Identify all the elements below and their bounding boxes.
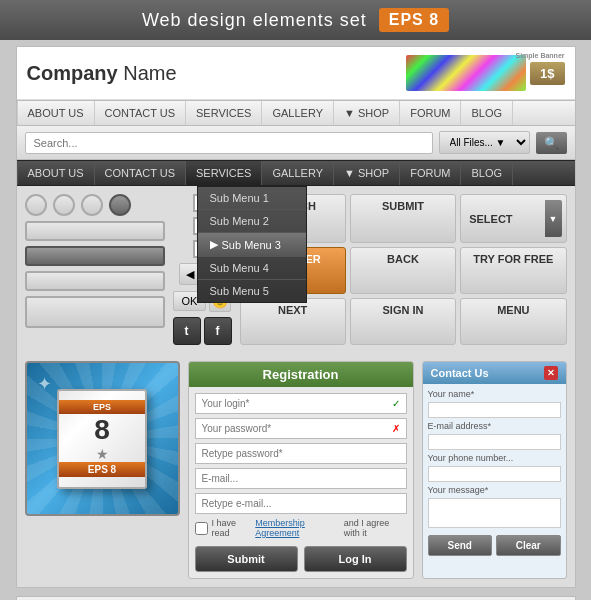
agreement-row: I have read Membership Agreement and I a… xyxy=(195,518,407,538)
product-label-top: EPS xyxy=(59,400,145,414)
company-name-bold: Company xyxy=(27,62,118,84)
try-free-action-btn[interactable]: TRY FOR FREE xyxy=(460,247,566,294)
nav1-blog[interactable]: BLOG xyxy=(461,101,513,125)
company-name-regular: Name xyxy=(118,62,177,84)
eps-badge: EPS 8 xyxy=(379,8,449,32)
nav-bar-1: ABOUT US CONTACT US SERVICES GALLERY ▼ S… xyxy=(17,100,575,126)
contact-phone-input[interactable] xyxy=(428,466,561,482)
contact-body: Your name* E-mail address* Your phone nu… xyxy=(423,384,566,561)
login-valid-icon: ✓ xyxy=(392,398,400,409)
contact-name-input[interactable] xyxy=(428,402,561,418)
banner-area: Simple Banner 1$ xyxy=(406,55,564,91)
password-field-wrap: ✗ xyxy=(195,418,407,439)
banner-price-value: 1$ xyxy=(540,66,554,81)
plus-decorations: ✦ xyxy=(37,373,52,395)
nav2-gallery[interactable]: GALLERY xyxy=(262,161,334,185)
submit-action-btn[interactable]: SUBMIT xyxy=(350,194,456,243)
search-button[interactable]: 🔍 xyxy=(536,132,567,154)
header-area: Company Name Simple Banner 1$ xyxy=(17,47,575,100)
bottom-section: ✦ EPS 8 ★ EPS 8 Registration ✓ ✗ xyxy=(17,353,575,587)
login-bar: Login: 👤 Remember me Join xyxy=(16,596,576,600)
main-container: Company Name Simple Banner 1$ ABOUT US C… xyxy=(16,46,576,588)
login-field[interactable] xyxy=(202,398,392,409)
product-number: 8 xyxy=(94,414,110,446)
company-name: Company Name xyxy=(27,62,177,85)
registration-header: Registration xyxy=(189,362,413,387)
registration-form: Registration ✓ ✗ xyxy=(188,361,414,579)
contact-message-textarea[interactable] xyxy=(428,498,561,528)
agreement-rest: and I agree with it xyxy=(344,518,407,538)
sign-in-action-btn[interactable]: SIGN IN xyxy=(350,298,456,345)
nav1-shop[interactable]: ▼ SHOP xyxy=(334,101,400,125)
submenu-item-3[interactable]: ▶ Sub Menu 3 xyxy=(198,233,306,257)
search-bar: All Files... ▼ 🔍 xyxy=(17,126,575,160)
agreement-checkbox[interactable] xyxy=(195,522,208,535)
nav2-blog[interactable]: BLOG xyxy=(461,161,513,185)
social-row: t f xyxy=(173,317,232,345)
contact-close-button[interactable]: ✕ xyxy=(544,366,558,380)
radio-btn-1[interactable] xyxy=(25,194,47,216)
form-buttons: Submit Log In xyxy=(195,546,407,572)
nav2-forum[interactable]: FORUM xyxy=(400,161,461,185)
select-action-btn[interactable]: SELECT ▼ xyxy=(460,194,566,243)
contact-email-input[interactable] xyxy=(428,434,561,450)
contact-phone-label: Your phone number... xyxy=(428,453,561,463)
submenu-arrow-icon: ▶ xyxy=(210,238,218,251)
agreement-text: I have read xyxy=(212,518,252,538)
submenu-dropdown: Sub Menu 1 Sub Menu 2 ▶ Sub Menu 3 Sub M… xyxy=(197,186,307,303)
nav1-forum[interactable]: FORUM xyxy=(400,101,461,125)
nav-bar-2-wrapper: ABOUT US CONTACT US SERVICES GALLERY ▼ S… xyxy=(17,160,575,186)
product-inner-box: EPS 8 ★ EPS 8 xyxy=(57,389,147,489)
submenu-item-2[interactable]: Sub Menu 2 xyxy=(198,210,306,233)
form-body: ✓ ✗ I have read Membershi xyxy=(189,387,413,578)
rect-btn-1[interactable] xyxy=(25,221,165,241)
login-form-btn[interactable]: Log In xyxy=(304,546,407,572)
email-field-wrap xyxy=(195,468,407,489)
facebook-button[interactable]: f xyxy=(204,317,232,345)
banner-colorful xyxy=(406,55,526,91)
title-text: Web design elements set xyxy=(142,10,367,31)
nav1-contact-us[interactable]: CONTACT US xyxy=(95,101,187,125)
contact-send-btn[interactable]: Send xyxy=(428,535,493,556)
retype-email-field[interactable] xyxy=(202,498,400,509)
radio-btn-3[interactable] xyxy=(81,194,103,216)
twitter-button[interactable]: t xyxy=(173,317,201,345)
banner-price[interactable]: Simple Banner 1$ xyxy=(530,62,564,85)
product-label-bottom: EPS 8 xyxy=(59,462,145,477)
nav1-gallery[interactable]: GALLERY xyxy=(262,101,334,125)
submenu-item-4[interactable]: Sub Menu 4 xyxy=(198,257,306,280)
nav2-shop[interactable]: ▼ SHOP xyxy=(334,161,400,185)
menu-action-btn[interactable]: MENU xyxy=(460,298,566,345)
radio-btn-4[interactable] xyxy=(109,194,131,216)
retype-password-field[interactable] xyxy=(202,448,400,459)
rect-btn-3[interactable] xyxy=(25,271,165,291)
nav2-about-us[interactable]: ABOUT US xyxy=(17,161,95,185)
submit-form-btn[interactable]: Submit xyxy=(195,546,298,572)
rect-btn-2[interactable] xyxy=(25,246,165,266)
nav2-services[interactable]: SERVICES xyxy=(186,161,262,185)
contact-clear-btn[interactable]: Clear xyxy=(496,535,561,556)
login-field-wrap: ✓ xyxy=(195,393,407,414)
search-input[interactable] xyxy=(25,132,433,154)
nav1-about-us[interactable]: ABOUT US xyxy=(17,101,95,125)
back-action-btn[interactable]: BACK xyxy=(350,247,456,294)
product-star: ★ xyxy=(96,446,109,462)
contact-email-label: E-mail address* xyxy=(428,421,561,431)
agreement-link[interactable]: Membership Agreement xyxy=(255,518,339,538)
contact-message-label: Your message* xyxy=(428,485,561,495)
all-files-select[interactable]: All Files... ▼ xyxy=(439,131,530,154)
submenu-item-5[interactable]: Sub Menu 5 xyxy=(198,280,306,302)
retype-password-wrap xyxy=(195,443,407,464)
tall-rect-btn[interactable] xyxy=(25,296,165,328)
nav1-services[interactable]: SERVICES xyxy=(186,101,262,125)
next-action-btn[interactable]: NEXT xyxy=(240,298,346,345)
nav-bar-2: ABOUT US CONTACT US SERVICES GALLERY ▼ S… xyxy=(17,160,575,186)
email-field[interactable] xyxy=(202,473,400,484)
select-arrow-icon: ▼ xyxy=(545,200,562,237)
password-field[interactable] xyxy=(202,423,392,434)
submenu-item-1[interactable]: Sub Menu 1 xyxy=(198,187,306,210)
contact-header-text: Contact Us xyxy=(431,367,489,379)
radio-btn-2[interactable] xyxy=(53,194,75,216)
nav2-contact-us[interactable]: CONTACT US xyxy=(95,161,187,185)
product-box: ✦ EPS 8 ★ EPS 8 xyxy=(25,361,180,516)
